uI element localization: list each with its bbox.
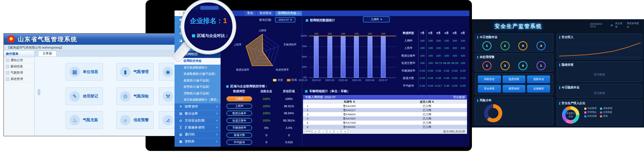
legend-swatch-icon: [273, 79, 276, 81]
tab-label: 联网联控考核: [278, 11, 296, 15]
expand-plus-icon[interactable]: +: [6, 71, 9, 74]
month-value: 100: [459, 59, 467, 67]
tab-数据看板[interactable]: 数据看板: [257, 11, 274, 16]
table-row[interactable]: 4鲁KA7637已入网: [303, 116, 467, 121]
building-icon: ▦: [69, 67, 80, 77]
month-value: 0.00: [443, 82, 451, 90]
submenu-item-超速统计(基于运政)[interactable]: 超速统计(基于运政): [175, 78, 221, 84]
sidebar-item-通知公告[interactable]: +通知公告: [4, 57, 34, 64]
quick-button-安全承诺[interactable]: 安全承诺: [478, 85, 501, 93]
metric-pill-平均疲劳[interactable]: 平均疲劳: [227, 140, 252, 145]
sidebar-item-主动安全防御[interactable]: ◎主动安全防御∨: [175, 117, 221, 124]
month-header-3月: 3月: [451, 29, 459, 37]
sidebar-item-整合运单[interactable]: ▧整合运单∨: [175, 110, 221, 117]
quick-button-危险作业[interactable]: 危险作业: [527, 75, 550, 83]
pager-last-button[interactable]: >|: [342, 129, 348, 133]
submenu-item-每日轨迹数据统计[interactable]: 每日轨迹数据统计: [175, 65, 221, 71]
month-value: 0.00: [451, 82, 459, 90]
sidebar-item-报警管理[interactable]: ☀报警管理∨: [175, 103, 221, 110]
table-row[interactable]: 2鲁KA1117已入网: [303, 108, 467, 112]
tile-气瓶充装[interactable]: ♨气瓶充装: [66, 111, 103, 129]
metric-select[interactable]: 入网率 ▾: [363, 16, 390, 22]
panel-hazard: 隐患排查 暂无数据: [557, 61, 642, 82]
tab-联网联控考核[interactable]: 联网联控考核×: [275, 11, 302, 16]
region-value: 99.91%: [278, 104, 300, 108]
quick-button-应急物资[interactable]: 应急物资: [527, 85, 550, 93]
quick-button-隐患排查[interactable]: 隐患排查: [503, 75, 526, 83]
chevron-down-icon: ∨: [216, 140, 218, 143]
chevron-down-icon: ∨: [216, 119, 218, 122]
submenu-item-轨迹数据统计(基于运政)[interactable]: 轨迹数据统计(基于运政): [175, 71, 221, 78]
pager-page-current[interactable]: 1: [327, 129, 333, 133]
sidebar-item-扩展服务管理[interactable]: ╳扩展服务管理∨: [175, 124, 221, 131]
month-value: 0.00: [443, 67, 451, 75]
table-row[interactable]: 3鲁K96604已入网: [303, 112, 467, 116]
sidebar-item-气瓶管理[interactable]: +气瓶管理: [4, 70, 34, 76]
metric-pill-超速次数[interactable]: 超速次数: [227, 133, 252, 138]
sidebar-item-基础信息[interactable]: +基础信息: [4, 64, 34, 70]
query-date-select[interactable]: 2022-07 ▾: [275, 17, 295, 22]
export-data-button[interactable]: 导出数据: [453, 95, 465, 100]
expand-plus-icon[interactable]: +: [6, 59, 9, 62]
submenu-item-疲劳统计(基于运政)[interactable]: 疲劳统计(基于运政): [175, 84, 221, 90]
tile-使用登记[interactable]: ✎使用登记: [66, 87, 103, 105]
quick-button-风险管控[interactable]: 风险管控: [478, 75, 501, 83]
sidebar-splitter-handle[interactable]: [38, 89, 40, 95]
status-cell: 已入网: [387, 104, 467, 108]
plate-cell: 鲁KA7005: [312, 121, 387, 125]
panel-today-jobs-title: 今日危险作业: [475, 34, 553, 40]
panel-today-jobs: 今日危险作业 1204: [475, 34, 553, 52]
chevron-down-icon: ∨: [216, 105, 218, 108]
arrow-down-icon: ▾: [380, 18, 382, 21]
month-row-metric: 数据合格率: [399, 52, 418, 60]
tile-单位信息[interactable]: ▦单位信息: [66, 63, 103, 81]
bar-2022-05: [354, 36, 359, 78]
cylinder-tabstrip: 主界面: [35, 51, 194, 57]
metric-pill-车辆漂移率[interactable]: 车辆漂移率: [227, 125, 252, 130]
arrow-down-icon: ▾: [290, 18, 292, 21]
tile-气瓶报检[interactable]: ⊙气瓶报检: [116, 87, 154, 105]
company-value: 100%: [255, 104, 277, 108]
close-icon[interactable]: ×: [297, 12, 299, 15]
sidebar-item-通行码[interactable]: ▥通行码∨: [175, 131, 221, 138]
table-row[interactable]: 5鲁KA7005已入网: [303, 121, 467, 125]
plate-header[interactable]: 车牌号 ⇅: [312, 100, 387, 104]
tab-main-screen[interactable]: 主界面: [38, 51, 57, 56]
metric-pill-数据合格率[interactable]: 数据合格率: [227, 111, 252, 116]
panel-risk-distribution: 风险分布: [475, 97, 553, 125]
status-header[interactable]: 是否入网 ⇅: [387, 100, 467, 104]
vehicle-table-bar: 车辆入网明细 -2022-07 导出数据: [303, 95, 467, 100]
month-value: 0.00: [426, 74, 434, 82]
metric-pill-上线率[interactable]: 上线率: [227, 104, 252, 109]
sidebar-item-label: 整合运单: [185, 111, 214, 116]
pager-prev-button[interactable]: <: [320, 129, 326, 133]
month-value: 100: [418, 52, 426, 60]
safety-app-meta: 2022/06/02 16:12 ◉ 后台管理 系统管理退出: [590, 22, 641, 29]
tile-信息预警[interactable]: ☼信息预警: [116, 111, 154, 129]
page-size-select[interactable]: 10 ▾: [305, 129, 311, 133]
logout-link[interactable]: 系统管理退出: [627, 22, 641, 29]
metric-pill-入网率[interactable]: 入网率: [227, 96, 252, 101]
pager-next-button[interactable]: >: [334, 129, 341, 133]
expand-plus-icon[interactable]: +: [6, 65, 9, 68]
x-axis-tick: 2022-06: [365, 79, 375, 81]
table-row[interactable]: 6鲁K56951已入网: [303, 125, 467, 129]
user-label[interactable]: 后台管理: [615, 22, 625, 29]
expand-plus-icon[interactable]: +: [6, 78, 9, 81]
tile-气瓶管理[interactable]: ▮气瓶管理: [116, 63, 154, 81]
tile-label: 使用登记: [83, 94, 98, 99]
risk-donut-chart: [484, 104, 502, 122]
submenu-item-每日轨迹数据统计（测试）[interactable]: 每日轨迹数据统计（测试）: [175, 97, 221, 103]
sidebar-item-系统管理[interactable]: +系统管理: [4, 76, 34, 82]
metric-pill-轨迹完整率[interactable]: 轨迹完整率: [227, 118, 252, 123]
submenu-item-漂移统计(基于运政)[interactable]: 漂移统计(基于运政): [175, 90, 221, 97]
stat-ring: 0: [518, 61, 527, 70]
sidebar-item-资料库[interactable]: ▦资料库∨: [175, 138, 221, 145]
sidebar-item-label: 主动安全防御: [185, 118, 214, 123]
status-cell: 已入网: [387, 112, 467, 116]
tab-看板[interactable]: 看板: [244, 11, 256, 16]
table-row[interactable]: 1鲁KA1909已入网: [303, 104, 467, 108]
pager-first-button[interactable]: |<: [312, 129, 319, 133]
quick-button-教育培训[interactable]: 教育培训: [503, 85, 526, 93]
stat-ring: 0: [518, 41, 527, 50]
